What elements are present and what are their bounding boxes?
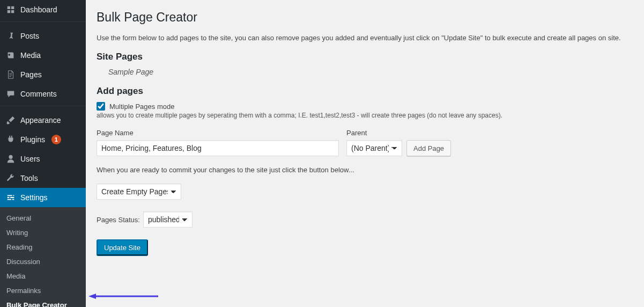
multiple-pages-label: Multiple Pages mode xyxy=(109,103,174,111)
section-site-pages: Site Pages xyxy=(97,52,633,62)
sidebar-sub-media[interactable]: Media xyxy=(0,269,86,283)
update-site-button[interactable]: Update Site xyxy=(97,239,148,255)
sidebar-item-media[interactable]: Media xyxy=(0,46,86,65)
sidebar-item-pages[interactable]: Pages xyxy=(0,65,86,84)
sidebar-item-label: Pages xyxy=(20,70,42,79)
sidebar-item-label: Media xyxy=(20,51,41,60)
sidebar-item-label: Tools xyxy=(20,174,38,182)
sidebar-item-label: Posts xyxy=(20,32,39,40)
sidebar-sub-reading[interactable]: Reading xyxy=(0,240,86,254)
sidebar-item-label: Settings xyxy=(20,193,48,202)
updates-badge: 1 xyxy=(51,135,61,144)
admin-sidebar: Dashboard Posts Media Pages Comments App… xyxy=(0,0,86,307)
sidebar-item-plugins[interactable]: Plugins 1 xyxy=(0,130,86,149)
sidebar-item-dashboard[interactable]: Dashboard xyxy=(0,0,86,19)
template-select[interactable]: Create Empty Pages xyxy=(97,184,181,200)
sidebar-item-settings[interactable]: Settings xyxy=(0,188,86,207)
user-icon xyxy=(5,154,16,164)
ready-text: When you are ready to commit your change… xyxy=(97,166,633,174)
intro-text: Use the form below to add pages to the s… xyxy=(97,34,633,42)
pages-icon xyxy=(5,69,16,80)
sidebar-item-label: Appearance xyxy=(20,116,61,125)
settings-slider-icon xyxy=(5,192,16,203)
sidebar-item-label: Comments xyxy=(20,90,57,98)
sidebar-item-label: Users xyxy=(20,155,40,163)
section-add-pages: Add pages xyxy=(97,86,633,97)
sidebar-sub-discussion[interactable]: Discussion xyxy=(0,254,86,269)
sidebar-item-label: Dashboard xyxy=(20,5,57,14)
wrench-icon xyxy=(5,173,16,184)
sidebar-item-label: Plugins xyxy=(20,135,45,144)
sidebar-submenu-settings: General Writing Reading Discussion Media… xyxy=(0,207,86,307)
pin-icon xyxy=(5,31,16,41)
existing-page-item: Sample Page xyxy=(108,68,633,76)
sidebar-separator xyxy=(0,21,86,24)
multiple-pages-checkbox[interactable] xyxy=(97,102,105,111)
sidebar-sub-permalinks[interactable]: Permalinks xyxy=(0,283,86,298)
parent-select[interactable]: (No Parent) xyxy=(346,140,402,156)
pages-status-label: Pages Status: xyxy=(97,216,140,224)
sidebar-item-comments[interactable]: Comments xyxy=(0,84,86,104)
sidebar-item-posts[interactable]: Posts xyxy=(0,26,86,46)
sidebar-sub-writing[interactable]: Writing xyxy=(0,225,86,240)
sidebar-item-appearance[interactable]: Appearance xyxy=(0,111,86,130)
sidebar-item-users[interactable]: Users xyxy=(0,149,86,169)
parent-label: Parent xyxy=(346,129,451,137)
page-name-input[interactable] xyxy=(97,140,339,156)
page-title: Bulk Page Creator xyxy=(97,5,633,27)
add-page-button[interactable]: Add Page xyxy=(406,140,451,156)
sidebar-sub-bulk-page-creator[interactable]: Bulk Page Creator xyxy=(0,298,86,307)
pages-status-select[interactable]: published xyxy=(143,211,193,228)
sidebar-item-tools[interactable]: Tools xyxy=(0,169,86,188)
brush-icon xyxy=(5,115,16,126)
sidebar-sub-general[interactable]: General xyxy=(0,211,86,225)
multiple-pages-hint: allows you to create multiple pages by s… xyxy=(97,112,633,119)
media-icon xyxy=(5,50,16,61)
sidebar-separator xyxy=(0,106,86,108)
main-content: Bulk Page Creator Use the form below to … xyxy=(86,0,644,307)
dashboard-icon xyxy=(5,4,16,15)
plug-icon xyxy=(5,134,16,145)
page-name-label: Page Name xyxy=(97,129,339,137)
comments-icon xyxy=(5,89,16,99)
